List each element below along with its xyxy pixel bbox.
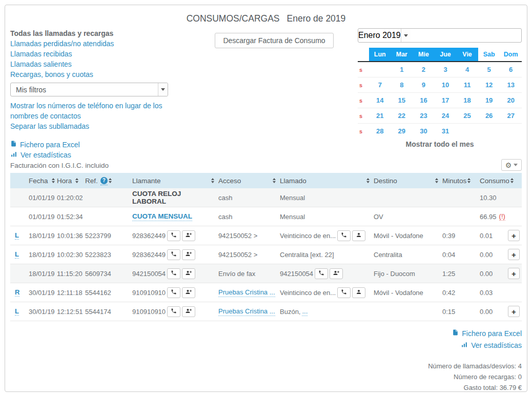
sort-icon[interactable] [366,178,370,183]
sort-icon[interactable] [435,178,438,183]
phone-button[interactable] [337,287,351,298]
calendar-day[interactable]: 15 [391,96,413,104]
calendar-day[interactable]: 8 [391,81,413,89]
week-link[interactable]: s [358,97,369,104]
call-type-link[interactable]: L [15,307,19,316]
calendar-day[interactable]: 12 [478,81,500,89]
sort-icon[interactable] [273,178,276,183]
calendar-day[interactable]: 5 [478,66,500,73]
excel-export-link[interactable]: Fichero para Excel [10,140,80,150]
calendar-day[interactable]: 9 [413,81,435,89]
phone-button[interactable] [167,287,180,298]
phone-button[interactable] [337,230,351,241]
week-link[interactable]: s [358,82,369,88]
person-add-button[interactable] [182,287,195,298]
column-header-fecha[interactable]: Fecha [29,177,57,185]
month-select[interactable]: Enero 2019 [358,28,522,43]
show-full-month-link[interactable]: Mostrar todo el mes [358,140,522,148]
person-button[interactable] [352,230,365,241]
filter-recharges[interactable]: Recargas, bonos y cuotas [10,69,93,80]
ref-help[interactable]: ? [100,176,108,185]
sort-icon[interactable] [75,178,78,183]
sort-icon[interactable] [211,178,214,183]
calendar-day[interactable]: 27 [500,112,522,120]
expand-row-button[interactable]: + [508,230,520,241]
calendar-day[interactable]: 19 [478,96,500,104]
call-type-link[interactable]: L [15,231,19,240]
person-add-button[interactable] [182,249,195,260]
filter-outgoing-calls[interactable]: Llamadas salientes [10,59,72,69]
table-settings-button[interactable]: ⚙ [501,159,522,171]
calendar-day[interactable]: 11 [456,81,478,89]
week-link[interactable]: s [358,113,369,119]
expand-row-button[interactable]: + [508,249,520,260]
column-header-acceso[interactable]: Acceso [218,177,280,185]
phone-button[interactable] [167,306,180,317]
person-add-button[interactable] [182,230,195,241]
column-header-consumo[interactable]: Consumo [480,177,508,185]
column-header-minutos[interactable]: Minutos [442,177,480,185]
calendar-day[interactable]: 30 [413,127,435,135]
calendar-day[interactable]: 18 [456,96,478,104]
llamante-value[interactable]: CUOTA MENSUAL [132,212,192,221]
expand-row-button[interactable]: + [508,268,520,279]
calendar-day[interactable]: 10 [435,81,457,89]
calendar-day[interactable]: 6 [500,66,522,73]
calendar-day[interactable]: 14 [369,96,391,104]
phone-button[interactable] [315,268,328,279]
person-add-button[interactable] [182,268,195,279]
calendar-day[interactable]: 3 [435,66,457,73]
calendar-day[interactable]: 31 [435,127,457,135]
sort-icon[interactable] [109,178,112,183]
sort-icon[interactable] [52,178,55,183]
acceso-value[interactable]: Pruebas Cristina ... [218,307,275,316]
calendar-day[interactable]: 17 [435,96,457,104]
person-button[interactable] [352,287,365,298]
sort-icon[interactable] [510,178,514,183]
calendar-day[interactable]: 21 [369,112,391,120]
calendar-day[interactable]: 2 [413,66,435,73]
calendar-day[interactable]: 26 [478,112,500,120]
calendar-day[interactable]: 28 [369,127,391,135]
call-type-link[interactable]: L [15,250,19,259]
calendar-day[interactable]: 23 [413,112,435,120]
column-header-ref[interactable]: Ref.? [85,176,132,185]
expand-row-button[interactable]: + [508,306,520,317]
week-link[interactable]: s [358,128,369,134]
person-add-button[interactable] [182,306,195,317]
column-header-destino[interactable]: Destino [374,177,442,185]
week-link[interactable]: s [358,67,369,73]
filter-received-calls[interactable]: Llamadas recibidas [10,49,72,59]
phone-button[interactable] [167,249,180,260]
calendar-day[interactable]: 25 [456,112,478,120]
download-invoice-button[interactable]: Descargar Factura de Consumo [215,33,333,48]
column-header-hora[interactable]: Hora [57,177,85,185]
calendar-day[interactable]: 20 [500,96,522,104]
calendar-day[interactable]: 4 [456,66,478,73]
column-header-llamante[interactable]: Llamante [132,177,218,185]
calendar-day[interactable]: 29 [391,127,413,135]
calendar-day[interactable]: 13 [500,81,522,89]
acceso-value[interactable]: Pruebas Cristina ... [218,288,275,297]
phone-button[interactable] [167,268,180,279]
sort-icon[interactable] [467,178,470,183]
person-add-button[interactable] [330,268,343,279]
show-numbers-link[interactable]: Mostrar los números de teléfono en lugar… [10,101,179,121]
stats-link-bottom[interactable]: Ver estadísticas [461,340,522,350]
calendar-day[interactable]: 22 [391,112,413,120]
llamado-detail-link[interactable]: ... [302,307,308,316]
filter-all-calls[interactable]: Todas las llamadas y recargas [10,28,191,38]
filter-missed-calls[interactable]: Llamadas perdidas/no atendidas [10,38,114,49]
column-header-llamado[interactable]: Llamado [280,177,374,185]
consumo-alert-link[interactable]: (!) [499,212,505,221]
split-subcalls-link[interactable]: Separar las subllamadas [10,121,89,131]
phone-button[interactable] [167,230,180,241]
stats-link[interactable]: Ver estadísticas [10,150,71,160]
excel-export-link-bottom[interactable]: Fichero para Excel [452,328,522,339]
calendar-day[interactable]: 7 [369,81,391,89]
calendar-day[interactable]: 1 [391,66,413,73]
calendar-day[interactable]: 16 [413,96,435,104]
my-filters-select[interactable]: Mis filtros [10,83,168,96]
call-type-link[interactable]: R [15,288,19,297]
calendar-day[interactable]: 24 [435,112,457,120]
